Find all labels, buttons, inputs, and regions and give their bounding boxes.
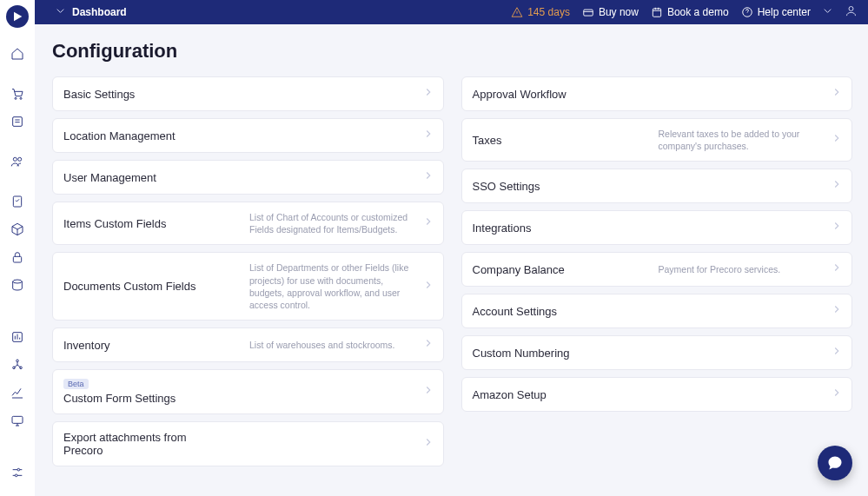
chevron-right-icon bbox=[831, 261, 843, 277]
chevron-right-icon bbox=[422, 337, 434, 353]
card-account-settings[interactable]: Account Settings bbox=[461, 294, 853, 328]
card-inventory[interactable]: Inventory List of warehouses and stockro… bbox=[52, 327, 444, 362]
chevron-right-icon bbox=[422, 436, 434, 452]
help-center-label: Help center bbox=[758, 6, 811, 18]
card-sso-settings[interactable]: SSO Settings bbox=[461, 169, 853, 203]
card-custom-form-settings[interactable]: Beta Custom Form Settings bbox=[52, 369, 444, 414]
card-taxes[interactable]: Taxes Relevant taxes to be added to your… bbox=[461, 118, 853, 162]
display-icon[interactable] bbox=[7, 410, 28, 431]
card-title: Company Balance bbox=[473, 263, 646, 276]
chevron-right-icon bbox=[422, 279, 434, 294]
chat-widget-button[interactable] bbox=[818, 446, 852, 480]
svg-point-15 bbox=[15, 474, 17, 477]
cart-icon[interactable] bbox=[7, 83, 28, 104]
book-demo-label: Book a demo bbox=[667, 6, 729, 18]
chevron-right-icon bbox=[422, 215, 434, 231]
card-amazon-setup[interactable]: Amazon Setup bbox=[461, 377, 853, 412]
content: Configuration Basic Settings Location Ma… bbox=[35, 24, 868, 496]
chevron-right-icon bbox=[831, 178, 843, 194]
chevron-right-icon bbox=[831, 220, 843, 235]
trial-days[interactable]: 145 days bbox=[511, 6, 570, 18]
home-icon[interactable] bbox=[7, 43, 28, 64]
card-export-attachments[interactable]: Export attachments from Precoro bbox=[52, 421, 444, 466]
svg-rect-16 bbox=[584, 10, 593, 16]
card-title: Integrations bbox=[473, 222, 823, 235]
svg-rect-7 bbox=[13, 256, 21, 262]
chevron-right-icon bbox=[831, 86, 843, 102]
card-basic-settings[interactable]: Basic Settings bbox=[52, 76, 444, 111]
svg-rect-13 bbox=[12, 416, 23, 423]
topbar: Dashboard 145 days Buy now Book a demo H… bbox=[35, 0, 868, 24]
breadcrumb[interactable]: Dashboard bbox=[72, 6, 127, 18]
svg-rect-6 bbox=[13, 196, 21, 207]
chevron-right-icon bbox=[422, 169, 434, 185]
svg-point-2 bbox=[20, 97, 22, 99]
card-desc: Payment for Precoro services. bbox=[659, 263, 823, 275]
breadcrumb-toggle-icon[interactable] bbox=[43, 4, 67, 20]
svg-rect-17 bbox=[653, 9, 660, 17]
card-location-management[interactable]: Location Management bbox=[52, 118, 444, 153]
svg-point-14 bbox=[17, 468, 20, 471]
trial-days-label: 145 days bbox=[527, 6, 570, 18]
card-documents-custom-fields[interactable]: Documents Custom Fields List of Departme… bbox=[52, 252, 444, 321]
page-title: Configuration bbox=[52, 40, 852, 63]
card-custom-numbering[interactable]: Custom Numbering bbox=[461, 335, 853, 370]
chevron-right-icon bbox=[422, 384, 434, 400]
svg-point-10 bbox=[17, 360, 19, 362]
card-integrations[interactable]: Integrations bbox=[461, 210, 853, 245]
card-items-custom-fields[interactable]: Items Custom Fields List of Chart of Acc… bbox=[52, 202, 444, 245]
database-icon[interactable] bbox=[7, 274, 28, 295]
card-desc: Relevant taxes to be added to your compa… bbox=[659, 128, 823, 152]
card-desc: List of Departments or other Fields (lik… bbox=[249, 261, 414, 311]
card-approval-workflow[interactable]: Approval Workflow bbox=[461, 76, 853, 111]
card-title: Items Custom Fields bbox=[63, 217, 237, 230]
config-left-column: Basic Settings Location Management User … bbox=[52, 76, 444, 466]
chevron-right-icon bbox=[831, 387, 843, 402]
lock-icon[interactable] bbox=[7, 247, 28, 268]
card-title: Amazon Setup bbox=[473, 388, 823, 401]
card-company-balance[interactable]: Company Balance Payment for Precoro serv… bbox=[461, 252, 853, 287]
chevron-right-icon bbox=[831, 345, 843, 360]
checklist-icon[interactable] bbox=[7, 191, 28, 212]
svg-point-19 bbox=[849, 7, 853, 11]
buy-now-label: Buy now bbox=[599, 6, 639, 18]
svg-point-5 bbox=[18, 157, 22, 161]
reports-icon[interactable] bbox=[7, 327, 28, 347]
card-title: Inventory bbox=[63, 339, 237, 352]
buy-now-button[interactable]: Buy now bbox=[582, 6, 639, 18]
card-desc: List of Chart of Accounts or customized … bbox=[249, 211, 414, 235]
chevron-right-icon bbox=[831, 132, 843, 148]
help-center-button[interactable]: Help center bbox=[741, 6, 811, 18]
svg-point-4 bbox=[13, 157, 17, 161]
user-profile-icon[interactable] bbox=[834, 4, 858, 20]
card-title: Location Management bbox=[63, 129, 414, 142]
card-title: Export attachments from Precoro bbox=[63, 431, 202, 457]
card-title: Documents Custom Fields bbox=[63, 280, 237, 293]
book-demo-button[interactable]: Book a demo bbox=[651, 6, 729, 18]
card-title: Basic Settings bbox=[63, 88, 414, 101]
settings-icon[interactable] bbox=[7, 462, 28, 483]
card-title: User Management bbox=[63, 171, 414, 184]
card-title: Custom Numbering bbox=[473, 347, 823, 360]
budget-icon[interactable] bbox=[7, 111, 28, 132]
beta-badge: Beta bbox=[63, 379, 89, 389]
svg-rect-3 bbox=[13, 117, 23, 127]
config-right-column: Approval Workflow Taxes Relevant taxes t… bbox=[461, 76, 853, 412]
users-icon[interactable] bbox=[7, 151, 28, 172]
package-icon[interactable] bbox=[7, 219, 28, 240]
sidebar bbox=[0, 0, 35, 496]
card-title: Account Settings bbox=[473, 305, 823, 318]
chevron-right-icon bbox=[831, 303, 843, 319]
card-title: Taxes bbox=[473, 134, 646, 147]
org-icon[interactable] bbox=[7, 354, 28, 375]
logo[interactable] bbox=[6, 5, 29, 28]
svg-point-8 bbox=[13, 280, 23, 283]
chevron-right-icon bbox=[422, 86, 434, 102]
card-desc: List of warehouses and stockrooms. bbox=[249, 339, 414, 351]
company-switcher-icon[interactable] bbox=[811, 4, 834, 20]
card-user-management[interactable]: User Management bbox=[52, 160, 444, 195]
card-title: Custom Form Settings bbox=[63, 392, 414, 405]
card-title: SSO Settings bbox=[473, 180, 823, 193]
analytics-icon[interactable] bbox=[7, 382, 28, 403]
card-title: Approval Workflow bbox=[473, 88, 823, 101]
